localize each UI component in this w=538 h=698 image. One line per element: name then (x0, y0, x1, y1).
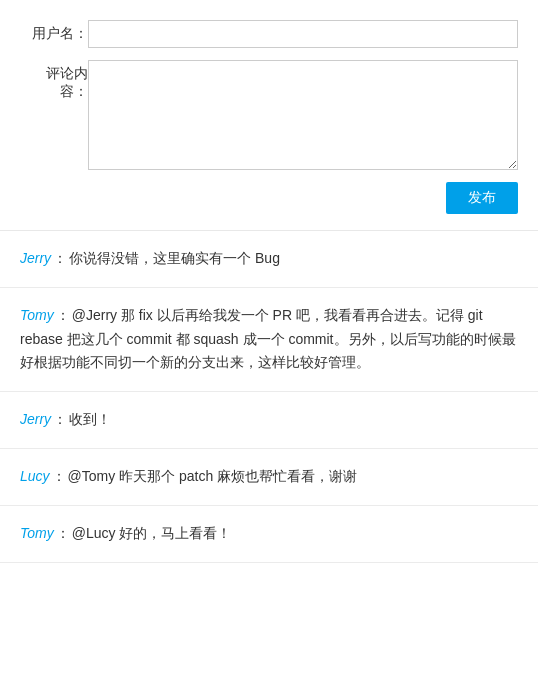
comment-author: Tomy (20, 525, 54, 541)
comment-item: Lucy：@Tomy 昨天那个 patch 麻烦也帮忙看看，谢谢 (0, 449, 538, 506)
content-row: 评论内容： (20, 60, 518, 170)
comment-item: Jerry：你说得没错，这里确实有一个 Bug (0, 231, 538, 288)
comment-separator: ： (52, 468, 66, 484)
comment-text: @Lucy 好的，马上看看！ (72, 525, 232, 541)
comment-author: Tomy (20, 307, 54, 323)
comment-separator: ： (53, 411, 67, 427)
comment-separator: ： (53, 250, 67, 266)
username-label: 用户名： (20, 20, 88, 43)
comment-text: 收到！ (69, 411, 111, 427)
content-label: 评论内容： (20, 60, 88, 101)
comment-separator: ： (56, 525, 70, 541)
submit-button[interactable]: 发布 (446, 182, 518, 214)
comment-text: 你说得没错，这里确实有一个 Bug (69, 250, 280, 266)
content-input[interactable] (88, 60, 518, 170)
comment-author: Jerry (20, 411, 51, 427)
comment-item: Tomy：@Jerry 那 fix 以后再给我发一个 PR 吧，我看看再合进去。… (0, 288, 538, 392)
comment-author: Lucy (20, 468, 50, 484)
comment-text: @Jerry 那 fix 以后再给我发一个 PR 吧，我看看再合进去。记得 gi… (20, 307, 516, 371)
username-input[interactable] (88, 20, 518, 48)
comment-item: Tomy：@Lucy 好的，马上看看！ (0, 506, 538, 563)
comments-list: Jerry：你说得没错，这里确实有一个 BugTomy：@Jerry 那 fix… (0, 231, 538, 563)
comment-text: @Tomy 昨天那个 patch 麻烦也帮忙看看，谢谢 (68, 468, 358, 484)
username-row: 用户名： (20, 20, 518, 48)
comment-form: 用户名： 评论内容： 发布 (0, 0, 538, 231)
comment-separator: ： (56, 307, 70, 323)
comment-author: Jerry (20, 250, 51, 266)
form-actions: 发布 (20, 182, 518, 214)
comment-item: Jerry：收到！ (0, 392, 538, 449)
